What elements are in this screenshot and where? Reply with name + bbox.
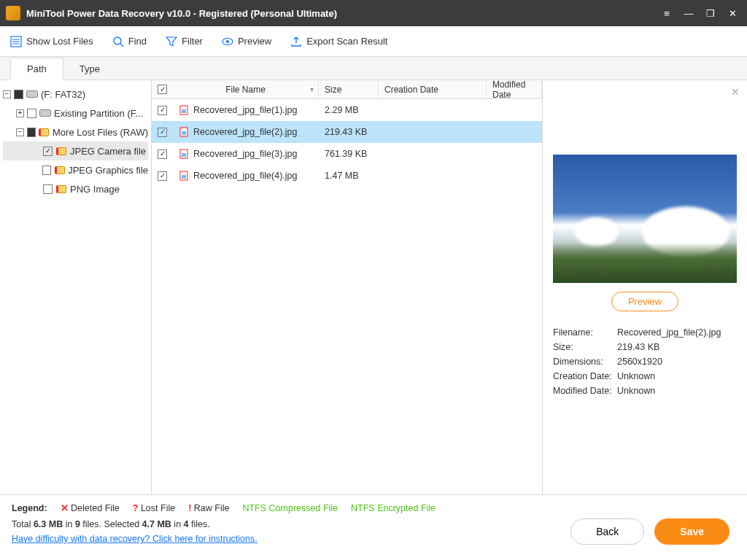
- svg-point-4: [114, 37, 121, 44]
- raw-file-icon: [179, 105, 189, 115]
- tree-jpeg-camera-label: JPEG Camera file: [70, 146, 146, 157]
- checkbox[interactable]: [14, 90, 23, 99]
- totals-text: Total: [12, 519, 34, 529]
- checkbox[interactable]: [43, 147, 53, 156]
- sort-icon: ▾: [310, 85, 314, 93]
- totals-text: files. Selected: [80, 519, 142, 529]
- filter-button[interactable]: Filter: [166, 36, 203, 47]
- meta-key: Size:: [553, 342, 617, 352]
- checkbox[interactable]: [158, 149, 167, 159]
- raw-file-icon: [179, 127, 189, 137]
- collapse-icon[interactable]: −: [16, 128, 24, 136]
- file-size: 2.29 MB: [319, 105, 379, 115]
- list-icon: [10, 36, 22, 47]
- column-creation-label: Creation Date: [384, 85, 438, 95]
- tree-png-image[interactable]: PNG Image: [3, 179, 148, 198]
- folder-icon: [39, 126, 50, 138]
- back-label: Back: [596, 526, 619, 537]
- filter-label: Filter: [182, 36, 203, 47]
- checkbox[interactable]: [158, 106, 167, 115]
- checkbox[interactable]: [158, 128, 167, 137]
- file-size: 761.39 KB: [319, 149, 379, 159]
- legend-deleted: Deleted File: [71, 503, 120, 513]
- checkbox[interactable]: [158, 171, 167, 181]
- table-row[interactable]: Recovered_jpg_file(4).jpg 1.47 MB: [152, 165, 542, 187]
- export-icon: [290, 36, 302, 47]
- tree-existing-partition[interactable]: + Existing Partition (F...: [3, 104, 148, 122]
- svg-rect-15: [182, 175, 186, 179]
- legend-ntfs-compressed: NTFS Compressed File: [242, 503, 338, 513]
- column-creation-date[interactable]: Creation Date: [379, 80, 487, 98]
- tree-root[interactable]: − (F: FAT32): [3, 85, 148, 104]
- help-link[interactable]: Have difficulty with data recovery? Clic…: [12, 534, 258, 544]
- folder-icon: [54, 164, 65, 176]
- file-name: Recovered_jpg_file(2).jpg: [193, 127, 297, 137]
- meta-key: Filename:: [553, 327, 617, 338]
- preview-label: Preview: [238, 36, 271, 47]
- checkbox[interactable]: [27, 109, 36, 118]
- raw-file-icon: [179, 171, 189, 181]
- checkbox[interactable]: [43, 184, 53, 194]
- checkbox[interactable]: [42, 166, 51, 175]
- raw-file-icon: [179, 149, 189, 159]
- column-file-name[interactable]: File Name▾: [173, 80, 319, 98]
- totals-size: 6.3 MB: [34, 519, 63, 529]
- tree-existing-label: Existing Partition (F...: [54, 108, 143, 119]
- export-button[interactable]: Export Scan Result: [290, 36, 387, 47]
- menu-icon[interactable]: ≡: [658, 4, 676, 22]
- tree-jpeg-graphics[interactable]: JPEG Graphics file: [3, 160, 148, 179]
- preview-button[interactable]: Preview: [222, 36, 271, 47]
- tree-jpeg-camera[interactable]: JPEG Camera file: [3, 141, 148, 160]
- show-lost-files-button[interactable]: Show Lost Files: [10, 36, 93, 47]
- tabs: Path Type: [0, 57, 747, 80]
- help-link-label: Have difficulty with data recovery? Clic…: [12, 534, 258, 544]
- meta-value: Unknown: [617, 386, 655, 396]
- folder-icon: [55, 183, 67, 195]
- back-button[interactable]: Back: [570, 518, 644, 545]
- meta-key: Modified Date:: [553, 386, 617, 396]
- minimize-icon[interactable]: —: [680, 4, 697, 22]
- raw-icon: !: [188, 503, 191, 513]
- column-size-label: Size: [325, 85, 341, 95]
- table-row[interactable]: Recovered_jpg_file(2).jpg 219.43 KB: [152, 121, 542, 143]
- save-button[interactable]: Save: [654, 518, 729, 545]
- file-list-panel: File Name▾ Size Creation Date Modified D…: [152, 80, 543, 494]
- tab-type-label: Type: [80, 63, 100, 74]
- tab-type[interactable]: Type: [63, 58, 116, 79]
- filter-icon: [166, 36, 177, 47]
- totals-count: 9: [75, 519, 80, 529]
- table-row[interactable]: Recovered_jpg_file(1).jpg 2.29 MB: [152, 99, 542, 121]
- export-label: Export Scan Result: [306, 36, 387, 47]
- column-modified-label: Modified Date: [492, 79, 535, 100]
- svg-point-7: [226, 40, 229, 43]
- legend-ntfs-encrypted: NTFS Encrypted File: [351, 503, 436, 513]
- select-all-checkbox[interactable]: [158, 85, 167, 94]
- column-modified-date[interactable]: Modified Date: [487, 80, 542, 98]
- deleted-icon: ✕: [61, 503, 69, 513]
- legend: Legend: ✕ Deleted File ? Lost File ! Raw…: [12, 502, 570, 513]
- save-label: Save: [680, 526, 704, 537]
- totals-text: in: [63, 519, 75, 529]
- show-lost-files-label: Show Lost Files: [26, 36, 93, 47]
- table-row[interactable]: Recovered_jpg_file(3).jpg 761.39 KB: [152, 143, 542, 165]
- tab-path[interactable]: Path: [10, 58, 63, 80]
- lost-icon: ?: [133, 503, 139, 513]
- preview-panel: ✕ Preview Filename:Recovered_jpg_file(2)…: [543, 80, 747, 494]
- preview-open-button[interactable]: Preview: [611, 292, 678, 311]
- column-size[interactable]: Size: [319, 80, 379, 98]
- tree-more-lost-label: More Lost Files (RAW): [53, 127, 148, 138]
- svg-line-5: [120, 44, 123, 47]
- maximize-icon[interactable]: ❐: [702, 4, 719, 22]
- checkbox[interactable]: [27, 128, 36, 137]
- expand-icon[interactable]: +: [16, 109, 24, 117]
- tree-panel: − (F: FAT32) + Existing Partition (F... …: [0, 80, 152, 494]
- meta-value: Recovered_jpg_file(2).jpg: [617, 327, 721, 338]
- collapse-icon[interactable]: −: [3, 90, 11, 98]
- close-icon[interactable]: ✕: [724, 4, 741, 22]
- main: − (F: FAT32) + Existing Partition (F... …: [0, 80, 747, 494]
- meta-value: 219.43 KB: [617, 342, 659, 352]
- tree-more-lost[interactable]: − More Lost Files (RAW): [3, 122, 148, 141]
- close-preview-icon[interactable]: ✕: [731, 86, 740, 98]
- file-name: Recovered_jpg_file(1).jpg: [193, 105, 297, 115]
- find-button[interactable]: Find: [112, 36, 147, 47]
